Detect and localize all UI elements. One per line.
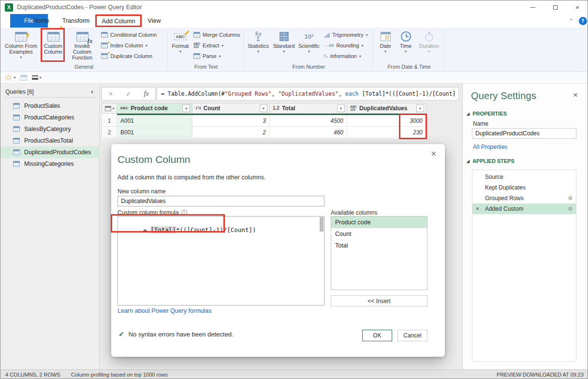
queries-pane: Queries [6] ‹ ProductSales ProductCatego… — [0, 84, 100, 369]
filter-button[interactable]: ▾ — [260, 104, 267, 112]
query-table-icon — [13, 115, 20, 120]
time-icon — [401, 30, 411, 43]
step-grouped-rows[interactable]: Grouped Rows⚙ — [472, 193, 576, 204]
delete-step-icon[interactable]: × — [476, 205, 479, 212]
filter-button[interactable]: ▾ — [182, 104, 190, 112]
smiley-icon: ☺ — [4, 73, 13, 82]
parse-icon — [193, 53, 200, 59]
help-icon[interactable]: ? — [577, 14, 588, 28]
cell-count[interactable]: 2 — [192, 127, 270, 138]
tab-add-column[interactable]: Add Column — [97, 14, 140, 28]
formula-bar-input[interactable]: = Table.AddColumn(#"Grouped Rows", "Dupl… — [157, 87, 459, 101]
duration-button[interactable]: Duration▾ — [416, 29, 441, 64]
properties-section-header[interactable]: ◢ PROPERTIES — [467, 111, 507, 117]
column-header-product-code[interactable]: ABC Product code ▾ — [117, 103, 192, 114]
fx-icon[interactable]: fx — [141, 90, 152, 98]
expand-formula-bar-icon[interactable]: ▾ — [453, 91, 456, 96]
refresh-preview-icon[interactable] — [20, 75, 27, 81]
column-header-count[interactable]: 1²3 Count ▾ — [192, 103, 270, 114]
collapse-pane-icon[interactable]: ‹ — [91, 87, 93, 95]
trigonometry-button[interactable]: Trigonometry▾ — [323, 30, 368, 40]
table-menu-button[interactable]: ▾ — [102, 103, 117, 114]
row-number[interactable]: 1 — [102, 115, 117, 127]
scientific-button[interactable]: 10² Scientific▾ — [297, 29, 321, 64]
cell-duplicatedvalues[interactable]: 230 — [347, 127, 426, 138]
query-name-input[interactable] — [472, 128, 576, 139]
duplicate-column-button[interactable]: * Duplicate Column — [101, 51, 152, 61]
cell-duplicatedvalues[interactable]: 3000 — [347, 115, 426, 127]
collapse-ribbon-icon[interactable]: ⌃ — [565, 14, 577, 28]
query-item-productcategories[interactable]: ProductCategories — [0, 112, 100, 123]
available-column-total[interactable]: Total — [331, 240, 427, 251]
scientific-icon: 10² — [305, 30, 314, 43]
available-column-count[interactable]: Count — [331, 228, 427, 240]
column-header-duplicatedvalues[interactable]: ABC123 DuplicatedValues ▾ — [347, 103, 426, 114]
minimize-button[interactable] — [522, 0, 544, 14]
status-column-profiling[interactable]: Column profiling based on top 1000 rows — [71, 372, 168, 378]
cancel-button[interactable]: Cancel — [397, 330, 427, 341]
maximize-button[interactable] — [544, 0, 566, 14]
query-item-productsales[interactable]: ProductSales — [0, 100, 100, 112]
tab-home[interactable]: Home — [29, 14, 54, 28]
information-button[interactable]: ¹∕₃Information▾ — [323, 51, 361, 61]
queries-header: Queries [6] — [5, 88, 34, 95]
column-from-examples-button[interactable]: Column From Examples▾ — [3, 29, 39, 64]
date-button[interactable]: Date▾ — [376, 29, 395, 64]
cell-product-code[interactable]: B001 — [117, 127, 192, 138]
merge-columns-button[interactable]: Merge Columns — [193, 30, 240, 40]
close-pane-icon[interactable]: × — [573, 90, 578, 100]
column-header-total[interactable]: 1.2 Total ▾ — [270, 103, 347, 114]
all-properties-link[interactable]: All Properties — [473, 144, 507, 150]
gear-icon[interactable]: ⚙ — [568, 195, 573, 202]
new-column-name-input[interactable] — [118, 196, 324, 206]
index-column-button[interactable]: * Index Column▾ — [101, 41, 147, 50]
insert-button[interactable]: << Insert — [331, 295, 427, 306]
cell-total[interactable]: 4500 — [270, 115, 347, 127]
close-button[interactable]: × — [566, 0, 588, 14]
custom-column-formula-editor[interactable]: = [Total]*(([Count]-1)/[Count]) — [118, 216, 324, 306]
filter-button[interactable]: ▾ — [337, 104, 345, 112]
editor-scrollbar-thumb[interactable] — [320, 217, 323, 232]
time-button[interactable]: Time▾ — [396, 29, 415, 64]
cell-count[interactable]: 3 — [192, 115, 270, 127]
table-icon — [105, 106, 111, 111]
custom-column-button[interactable]: * Custom Column — [42, 29, 64, 64]
step-added-custom[interactable]: ×Added Custom⚙ — [472, 204, 576, 214]
step-kept-duplicates[interactable]: Kept Duplicates — [472, 182, 576, 193]
custom-column-dialog: × Custom Column Add a column that is com… — [111, 144, 445, 357]
available-column-product-code[interactable]: Product code — [331, 217, 427, 228]
query-item-salesbycategory[interactable]: SalesByCategory — [0, 123, 100, 135]
applied-steps-section-header[interactable]: ◢ APPLIED STEPS — [467, 158, 514, 164]
dialog-close-icon[interactable]: × — [431, 149, 436, 159]
tab-transform[interactable]: Transform — [58, 14, 94, 28]
standard-button[interactable]: +−÷× Standard▾ — [272, 29, 296, 64]
format-button[interactable]: ABC Format▾ — [169, 29, 191, 64]
query-item-duplicatedproductcodes[interactable]: DuplicatedProductCodes — [0, 146, 100, 158]
status-preview-downloaded: PREVIEW DOWNLOADED AT 09:23 — [497, 372, 584, 378]
menu-button[interactable]: ▾ — [32, 75, 41, 80]
row-number[interactable]: 2 — [102, 127, 117, 138]
ribbon: Column From Examples▾ * Custom Column fx… — [0, 28, 588, 72]
cell-total[interactable]: 460 — [270, 127, 347, 138]
invoke-custom-function-button[interactable]: fx Invoke Custom Function — [66, 29, 98, 64]
step-source[interactable]: Source — [472, 172, 576, 182]
query-item-missingcategories[interactable]: MissingCategories — [0, 158, 100, 170]
ok-button[interactable]: OK — [362, 330, 392, 341]
confirm-step-icon[interactable]: ✓ — [123, 90, 134, 98]
cancel-step-icon[interactable]: × — [105, 90, 117, 98]
statistics-button[interactable]: X̄σΣ Statistics▾ — [246, 29, 271, 64]
decimal-type-icon: 1.2 — [273, 106, 279, 110]
available-columns-label: Available columns — [331, 209, 378, 216]
extract-button[interactable]: ABC123 Extract▾ — [193, 41, 223, 50]
filter-button[interactable]: ▾ — [416, 104, 424, 112]
parse-button[interactable]: Parse▾ — [193, 51, 221, 61]
info-icon[interactable]: i — [181, 210, 187, 216]
gear-icon[interactable]: ⚙ — [568, 206, 573, 212]
learn-formulas-link[interactable]: Learn about Power Query formulas — [118, 307, 212, 314]
feedback-smiley-button[interactable]: ☺ ▾ — [4, 73, 15, 82]
cell-product-code[interactable]: A001 — [117, 115, 192, 127]
query-item-productsalestotal[interactable]: ProductSalesTotal — [0, 135, 100, 146]
conditional-column-button[interactable]: Conditional Column — [101, 30, 157, 40]
tab-view[interactable]: View — [143, 14, 166, 28]
rounding-button[interactable]: →.00Rounding▾ — [323, 41, 364, 50]
